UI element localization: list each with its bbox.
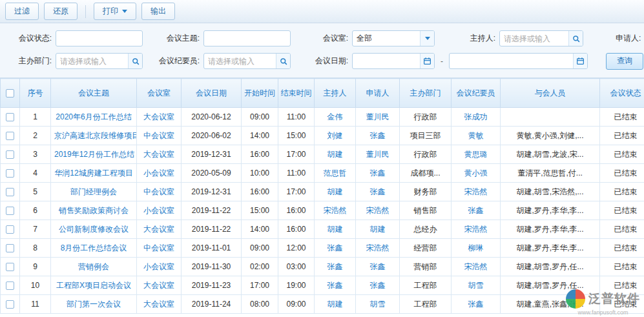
cell-subject[interactable]: 销售奖励政策商讨会	[51, 201, 137, 220]
cell-room[interactable]: 大会议室	[137, 220, 182, 239]
cell-subject[interactable]: 营销例会	[51, 258, 137, 276]
print-button[interactable]: 打印	[94, 3, 136, 20]
filter-button[interactable]: 过滤	[5, 3, 39, 20]
row-checkbox[interactable]	[6, 113, 14, 121]
cell-host[interactable]: 胡建	[315, 145, 356, 164]
cell-room[interactable]: 大会议室	[137, 295, 182, 314]
cell-room[interactable]: 小会议室	[137, 164, 182, 183]
column-header-applicant[interactable]: 申请人	[356, 79, 400, 108]
table-row[interactable]: 88月份工作总结会议中会议室2019-11-0109:0012:00张鑫宋浩然经…	[1, 239, 644, 258]
cell-host[interactable]: 张鑫	[315, 239, 356, 258]
date-from-calendar-zone[interactable]	[420, 54, 434, 68]
table-row[interactable]: 7公司新制度修改会议大会议室2019-11-2214:0016:00胡建胡建总经…	[1, 220, 644, 239]
cell-host[interactable]: 胡建	[315, 183, 356, 201]
row-checkbox[interactable]	[6, 207, 14, 215]
cell-subject[interactable]: 华润12城房建工程项目	[51, 164, 137, 183]
recorder-search-zone[interactable]	[276, 54, 290, 68]
cell-room[interactable]: 大会议室	[137, 108, 182, 127]
cell-applicant[interactable]: 张鑫	[356, 258, 400, 276]
column-header-host[interactable]: 主持人	[315, 79, 356, 108]
cell-host[interactable]: 胡建	[315, 220, 356, 239]
cell-room[interactable]: 小会议室	[137, 201, 182, 220]
cell-applicant[interactable]: 董川民	[356, 145, 400, 164]
query-button[interactable]: 查询	[606, 53, 643, 70]
cell-subject[interactable]: 2019年12月份工作总结	[51, 145, 137, 164]
cell-recorder[interactable]: 张成功	[452, 108, 501, 127]
cell-recorder[interactable]: 黄小强	[452, 164, 501, 183]
column-header-subject[interactable]: 会议主题	[51, 79, 137, 108]
cell-room[interactable]: 中会议室	[137, 183, 182, 201]
cell-recorder[interactable]: 黄思璐	[452, 145, 501, 164]
cell-subject[interactable]: 公司新制度修改会议	[51, 220, 137, 239]
row-checkbox[interactable]	[6, 150, 14, 159]
host-search-zone[interactable]	[568, 31, 583, 46]
table-row[interactable]: 4华润12城房建工程项目小会议室2020-05-0910:0011:00范思哲张…	[1, 164, 644, 183]
cell-host[interactable]: 金伟	[315, 108, 356, 127]
cell-subject[interactable]: 京沪高速北京段维修项目	[51, 127, 137, 145]
cell-subject[interactable]: 工程部X项目启动会议	[51, 276, 137, 295]
meeting-subject-input[interactable]	[204, 31, 290, 46]
column-header-seq[interactable]: 序号	[20, 79, 51, 108]
table-row[interactable]: 5部门经理例会中会议室2019-12-3116:0017:00胡建张鑫财务部宋浩…	[1, 183, 644, 201]
column-header-status[interactable]: 会议状态	[600, 79, 644, 108]
row-checkbox[interactable]	[6, 281, 14, 290]
table-row[interactable]: 10工程部X项目启动会议大会议室2019-11-2317:0019:00张鑫张鑫…	[1, 276, 644, 295]
cell-host[interactable]: 刘健	[315, 127, 356, 145]
column-header-dept[interactable]: 主办部门	[400, 79, 452, 108]
row-checkbox[interactable]	[6, 169, 14, 178]
column-header-room[interactable]: 会议室	[137, 79, 182, 108]
column-header-date[interactable]: 会议日期	[182, 79, 242, 108]
cell-recorder[interactable]: 宋浩然	[452, 258, 501, 276]
cell-subject[interactable]: 部门第一次会议	[51, 295, 137, 314]
row-checkbox[interactable]	[6, 188, 14, 196]
organizing-dept-search-zone[interactable]	[128, 54, 142, 68]
select-all-checkbox[interactable]	[6, 89, 14, 97]
cell-applicant[interactable]: 宋浩然	[356, 201, 400, 220]
cell-room[interactable]: 小会议室	[137, 258, 182, 276]
cell-host[interactable]: 宋浩然	[315, 201, 356, 220]
table-row[interactable]: 32019年12月份工作总结大会议室2019-12-3116:0017:00胡建…	[1, 145, 644, 164]
cell-applicant[interactable]: 张鑫	[356, 276, 400, 295]
cell-subject[interactable]: 2020年6月份工作总结	[51, 108, 137, 127]
cell-host[interactable]: 范思哲	[315, 164, 356, 183]
table-row[interactable]: 9营销例会小会议室2019-11-3002:0003:00张鑫张鑫营销部宋浩然胡…	[1, 258, 644, 276]
cell-applicant[interactable]: 董川民	[356, 108, 400, 127]
column-header-start[interactable]: 开始时间	[242, 79, 278, 108]
row-checkbox[interactable]	[6, 132, 14, 140]
row-checkbox[interactable]	[6, 300, 14, 309]
cell-applicant[interactable]: 张鑫	[356, 183, 400, 201]
table-row[interactable]: 11部门第一次会议大会议室2019-11-2408:0009:00胡建胡雪工程部…	[1, 295, 644, 314]
cell-host[interactable]: 张鑫	[315, 258, 356, 276]
cell-recorder[interactable]: 张鑫	[452, 295, 501, 314]
date-to-input[interactable]	[450, 54, 587, 68]
meeting-status-input[interactable]	[56, 31, 142, 46]
cell-applicant[interactable]: 张鑫	[356, 164, 400, 183]
cell-recorder[interactable]: 柳琳	[452, 239, 501, 258]
cell-room[interactable]: 中会议室	[137, 127, 182, 145]
restore-button[interactable]: 还原	[44, 3, 78, 20]
cell-recorder[interactable]: 张鑫	[452, 201, 501, 220]
cell-recorder[interactable]: 宋浩然	[452, 183, 501, 201]
cell-room[interactable]: 中会议室	[137, 239, 182, 258]
row-checkbox[interactable]	[6, 263, 14, 271]
row-checkbox[interactable]	[6, 244, 14, 252]
cell-applicant[interactable]: 宋浩然	[356, 239, 400, 258]
cell-recorder[interactable]: 黄敏	[452, 127, 501, 145]
cell-host[interactable]: 张鑫	[315, 276, 356, 295]
cell-recorder[interactable]: 宋浩然	[452, 220, 501, 239]
cell-applicant[interactable]: 张鑫	[356, 127, 400, 145]
table-row[interactable]: 2京沪高速北京段维修项目中会议室2020-06-0214:0015:00刘健张鑫…	[1, 127, 644, 145]
table-row[interactable]: 12020年6月份工作总结大会议室2020-06-1209:0011:00金伟董…	[1, 108, 644, 127]
meeting-room-select[interactable]: 全部	[352, 30, 435, 46]
cell-subject[interactable]: 部门经理例会	[51, 183, 137, 201]
column-header-end[interactable]: 结束时间	[278, 79, 315, 108]
table-row[interactable]: 6销售奖励政策商讨会小会议室2019-11-2215:0016:00宋浩然宋浩然…	[1, 201, 644, 220]
column-header-recorder[interactable]: 会议纪要员	[452, 79, 501, 108]
row-checkbox[interactable]	[6, 225, 14, 234]
cell-applicant[interactable]: 胡建	[356, 220, 400, 239]
cell-room[interactable]: 大会议室	[137, 276, 182, 295]
date-to-calendar-zone[interactable]	[573, 54, 587, 68]
cell-room[interactable]: 大会议室	[137, 145, 182, 164]
column-header-attendees[interactable]: 与会人员	[501, 79, 600, 108]
export-button[interactable]: 输出	[141, 3, 175, 20]
